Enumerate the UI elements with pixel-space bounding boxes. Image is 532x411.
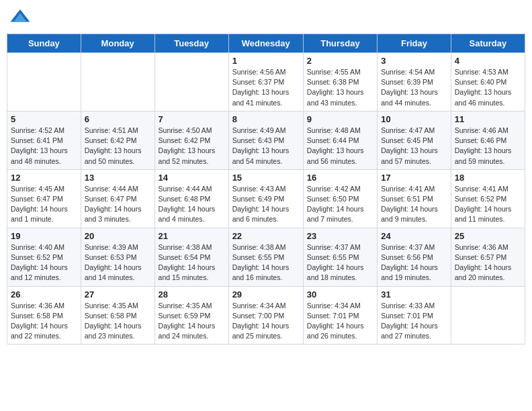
calendar-cell: 16Sunrise: 4:42 AMSunset: 6:50 PMDayligh… (303, 169, 377, 228)
logo-icon (9, 7, 31, 28)
day-info: Sunrise: 4:44 AMSunset: 6:48 PMDaylight:… (159, 184, 225, 225)
day-info: Sunrise: 4:49 AMSunset: 6:43 PMDaylight:… (232, 126, 300, 167)
day-info: Sunrise: 4:48 AMSunset: 6:44 PMDaylight:… (307, 126, 373, 167)
day-number: 22 (232, 231, 300, 241)
calendar-cell: 21Sunrise: 4:38 AMSunset: 6:54 PMDayligh… (154, 228, 228, 286)
calendar-cell: 29Sunrise: 4:34 AMSunset: 7:00 PMDayligh… (228, 286, 303, 345)
day-info: Sunrise: 4:39 AMSunset: 6:53 PMDaylight:… (85, 242, 151, 283)
day-info: Sunrise: 4:47 AMSunset: 6:45 PMDaylight:… (381, 126, 447, 167)
calendar-cell: 6Sunrise: 4:51 AMSunset: 6:42 PMDaylight… (81, 111, 154, 169)
day-number: 1 (232, 56, 300, 66)
calendar-week-2: 5Sunrise: 4:52 AMSunset: 6:41 PMDaylight… (7, 111, 525, 169)
day-info: Sunrise: 4:36 AMSunset: 6:57 PMDaylight:… (455, 242, 521, 283)
calendar-week-5: 26Sunrise: 4:36 AMSunset: 6:58 PMDayligh… (7, 286, 525, 345)
day-number: 12 (11, 173, 77, 183)
day-number: 19 (11, 231, 77, 241)
calendar-cell: 2Sunrise: 4:55 AMSunset: 6:38 PMDaylight… (303, 53, 377, 111)
day-number: 7 (159, 114, 225, 124)
day-info: Sunrise: 4:38 AMSunset: 6:54 PMDaylight:… (159, 242, 225, 283)
day-number: 8 (232, 114, 300, 124)
day-info: Sunrise: 4:40 AMSunset: 6:52 PMDaylight:… (11, 242, 77, 283)
day-info: Sunrise: 4:46 AMSunset: 6:46 PMDaylight:… (455, 126, 521, 167)
calendar-cell: 24Sunrise: 4:37 AMSunset: 6:56 PMDayligh… (378, 228, 451, 286)
day-header-thursday: Thursday (303, 34, 377, 53)
day-number: 9 (307, 114, 373, 124)
calendar-cell: 17Sunrise: 4:41 AMSunset: 6:51 PMDayligh… (378, 169, 451, 228)
day-info: Sunrise: 4:50 AMSunset: 6:42 PMDaylight:… (159, 126, 225, 167)
calendar-cell (451, 286, 525, 345)
calendar-cell: 11Sunrise: 4:46 AMSunset: 6:46 PMDayligh… (451, 111, 525, 169)
calendar-cell: 3Sunrise: 4:54 AMSunset: 6:39 PMDaylight… (378, 53, 451, 111)
calendar-cell (81, 53, 154, 111)
day-info: Sunrise: 4:51 AMSunset: 6:42 PMDaylight:… (85, 126, 151, 167)
calendar-cell: 18Sunrise: 4:41 AMSunset: 6:52 PMDayligh… (451, 169, 525, 228)
day-info: Sunrise: 4:34 AMSunset: 7:00 PMDaylight:… (232, 301, 300, 342)
logo (9, 7, 34, 28)
calendar-cell: 15Sunrise: 4:43 AMSunset: 6:49 PMDayligh… (228, 169, 303, 228)
day-info: Sunrise: 4:38 AMSunset: 6:55 PMDaylight:… (232, 242, 300, 283)
calendar-cell: 30Sunrise: 4:34 AMSunset: 7:01 PMDayligh… (303, 286, 377, 345)
day-info: Sunrise: 4:43 AMSunset: 6:49 PMDaylight:… (232, 184, 300, 225)
day-info: Sunrise: 4:34 AMSunset: 7:01 PMDaylight:… (307, 301, 373, 342)
day-header-monday: Monday (81, 34, 154, 53)
day-number: 14 (159, 173, 225, 183)
day-number: 31 (381, 289, 447, 300)
day-number: 21 (159, 231, 225, 241)
day-info: Sunrise: 4:55 AMSunset: 6:38 PMDaylight:… (307, 67, 373, 108)
day-number: 17 (381, 173, 447, 183)
calendar-cell (7, 53, 81, 111)
day-info: Sunrise: 4:41 AMSunset: 6:51 PMDaylight:… (381, 184, 447, 225)
day-number: 28 (159, 289, 225, 300)
calendar-cell: 10Sunrise: 4:47 AMSunset: 6:45 PMDayligh… (378, 111, 451, 169)
day-number: 15 (232, 173, 300, 183)
day-number: 18 (455, 173, 521, 183)
calendar-cell: 22Sunrise: 4:38 AMSunset: 6:55 PMDayligh… (228, 228, 303, 286)
day-number: 26 (11, 289, 77, 300)
calendar-cell: 12Sunrise: 4:45 AMSunset: 6:47 PMDayligh… (7, 169, 81, 228)
day-number: 5 (11, 114, 77, 124)
day-number: 23 (307, 231, 373, 241)
calendar-week-4: 19Sunrise: 4:40 AMSunset: 6:52 PMDayligh… (7, 228, 525, 286)
calendar-cell: 1Sunrise: 4:56 AMSunset: 6:37 PMDaylight… (228, 53, 303, 111)
calendar-cell: 20Sunrise: 4:39 AMSunset: 6:53 PMDayligh… (81, 228, 154, 286)
calendar-cell: 13Sunrise: 4:44 AMSunset: 6:47 PMDayligh… (81, 169, 154, 228)
calendar-cell (154, 53, 228, 111)
day-number: 16 (307, 173, 373, 183)
day-header-friday: Friday (378, 34, 451, 53)
day-header-sunday: Sunday (7, 34, 81, 53)
day-number: 11 (455, 114, 521, 124)
calendar-cell: 31Sunrise: 4:33 AMSunset: 7:01 PMDayligh… (378, 286, 451, 345)
day-number: 6 (85, 114, 151, 124)
day-number: 10 (381, 114, 447, 124)
day-info: Sunrise: 4:53 AMSunset: 6:40 PMDaylight:… (455, 67, 521, 108)
calendar-cell: 5Sunrise: 4:52 AMSunset: 6:41 PMDaylight… (7, 111, 81, 169)
day-number: 30 (307, 289, 373, 300)
calendar-cell: 26Sunrise: 4:36 AMSunset: 6:58 PMDayligh… (7, 286, 81, 345)
day-info: Sunrise: 4:41 AMSunset: 6:52 PMDaylight:… (455, 184, 521, 225)
calendar-table: SundayMondayTuesdayWednesdayThursdayFrid… (7, 34, 525, 345)
calendar-cell: 7Sunrise: 4:50 AMSunset: 6:42 PMDaylight… (154, 111, 228, 169)
day-info: Sunrise: 4:37 AMSunset: 6:56 PMDaylight:… (381, 242, 447, 283)
calendar-week-1: 1Sunrise: 4:56 AMSunset: 6:37 PMDaylight… (7, 53, 525, 111)
day-info: Sunrise: 4:52 AMSunset: 6:41 PMDaylight:… (11, 126, 77, 167)
calendar-cell: 19Sunrise: 4:40 AMSunset: 6:52 PMDayligh… (7, 228, 81, 286)
day-info: Sunrise: 4:44 AMSunset: 6:47 PMDaylight:… (85, 184, 151, 225)
calendar-header-row: SundayMondayTuesdayWednesdayThursdayFrid… (7, 34, 525, 53)
calendar-cell: 8Sunrise: 4:49 AMSunset: 6:43 PMDaylight… (228, 111, 303, 169)
day-info: Sunrise: 4:36 AMSunset: 6:58 PMDaylight:… (11, 301, 77, 342)
day-number: 3 (381, 56, 447, 66)
day-info: Sunrise: 4:45 AMSunset: 6:47 PMDaylight:… (11, 184, 77, 225)
day-number: 27 (85, 289, 151, 300)
day-number: 25 (455, 231, 521, 241)
day-info: Sunrise: 4:35 AMSunset: 6:58 PMDaylight:… (85, 301, 151, 342)
page-header (7, 7, 525, 28)
calendar-cell: 9Sunrise: 4:48 AMSunset: 6:44 PMDaylight… (303, 111, 377, 169)
day-number: 29 (232, 289, 300, 300)
day-info: Sunrise: 4:42 AMSunset: 6:50 PMDaylight:… (307, 184, 373, 225)
day-number: 20 (85, 231, 151, 241)
day-number: 13 (85, 173, 151, 183)
day-header-tuesday: Tuesday (154, 34, 228, 53)
day-info: Sunrise: 4:56 AMSunset: 6:37 PMDaylight:… (232, 67, 300, 108)
day-info: Sunrise: 4:33 AMSunset: 7:01 PMDaylight:… (381, 301, 447, 342)
day-number: 24 (381, 231, 447, 241)
